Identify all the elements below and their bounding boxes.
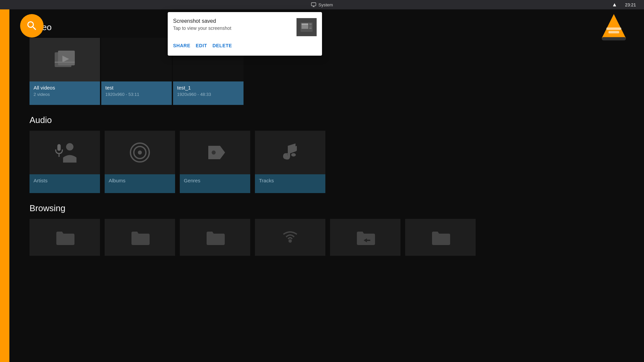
test-video-info: test 1920x960 - 53:11 [101, 81, 172, 105]
artists-thumb [30, 131, 100, 174]
notification-actions: SHARE EDIT DELETE [168, 40, 322, 56]
main-content: Video All videos 2 videos [9, 9, 644, 362]
audio-cards: Artists Albums [30, 131, 624, 193]
svg-marker-1 [602, 14, 626, 38]
browsing-card-3[interactable] [180, 219, 250, 256]
svg-point-21 [283, 155, 288, 159]
svg-rect-3 [606, 27, 622, 30]
svg-point-20 [212, 150, 216, 155]
browsing-card-4[interactable] [255, 219, 325, 256]
browsing-section: Browsing [30, 203, 624, 256]
artists-card[interactable]: Artists [30, 131, 100, 193]
all-videos-card[interactable]: All videos 2 videos [30, 38, 100, 105]
tracks-thumb [255, 131, 325, 174]
svg-rect-15 [57, 144, 61, 151]
test1-video-info: test_1 1920x960 - 48:33 [173, 81, 244, 105]
genres-info: Genres [180, 174, 250, 193]
svg-rect-10 [309, 27, 312, 29]
video-cards: All videos 2 videos test 1920x960 - 53:1… [30, 38, 624, 105]
audio-section: Audio Artists [30, 115, 624, 193]
wifi-icon: ▲ [612, 2, 617, 8]
svg-rect-0 [312, 3, 316, 6]
svg-point-23 [288, 239, 292, 243]
browsing-card-5[interactable] [330, 219, 400, 256]
genres-card[interactable]: Genres [180, 131, 250, 193]
notification-subtitle: Tap to view your screenshot [173, 25, 291, 31]
test1-video-title: test_1 [177, 85, 239, 90]
audio-section-label: Audio [30, 115, 624, 125]
notification-thumbnail [297, 18, 317, 36]
albums-thumb [105, 131, 175, 174]
browsing-card-6[interactable] [405, 219, 476, 256]
status-bar: System ▲ 23:21 [0, 0, 644, 9]
albums-title: Albums [109, 178, 171, 183]
edit-button[interactable]: EDIT [196, 41, 213, 50]
share-button[interactable]: SHARE [173, 41, 196, 50]
test-video-card[interactable]: test 1920x960 - 53:11 [101, 38, 172, 105]
albums-card[interactable]: Albums [105, 131, 175, 193]
tracks-info: Tracks [255, 174, 325, 193]
sidebar [0, 9, 9, 362]
svg-rect-2 [602, 37, 626, 41]
clock: 23:21 [625, 2, 636, 7]
test1-video-subtitle: 1920x960 - 48:33 [177, 92, 239, 97]
svg-rect-8 [309, 23, 312, 25]
all-videos-info: All videos 2 videos [30, 81, 100, 105]
search-icon [26, 20, 38, 32]
tracks-title: Tracks [259, 178, 321, 183]
browsing-cards [30, 219, 624, 256]
artists-title: Artists [34, 178, 96, 183]
genres-thumb [180, 131, 250, 174]
test-video-title: test [105, 85, 168, 90]
all-videos-title: All videos [34, 85, 96, 90]
all-videos-subtitle: 2 videos [34, 92, 96, 97]
test-video-subtitle: 1920x960 - 53:11 [105, 92, 168, 97]
test-video-thumb [101, 38, 172, 81]
svg-point-22 [291, 153, 296, 157]
genres-title: Genres [184, 178, 246, 183]
video-section-label: Video [30, 22, 624, 33]
svg-rect-9 [309, 25, 312, 27]
artists-info: Artists [30, 174, 100, 193]
delete-button[interactable]: DELETE [212, 41, 237, 50]
vlc-logo [600, 13, 627, 40]
video-section: Video All videos 2 videos [30, 22, 624, 105]
browsing-section-label: Browsing [30, 203, 624, 214]
all-videos-thumb [30, 38, 100, 81]
search-button[interactable] [20, 14, 44, 38]
svg-rect-13 [55, 62, 75, 63]
browsing-card-2[interactable] [105, 219, 175, 256]
albums-info: Albums [105, 174, 175, 193]
svg-rect-4 [608, 31, 619, 33]
notification-title: Screenshot saved [173, 18, 291, 24]
svg-point-19 [138, 150, 142, 155]
notification-popup: Screenshot saved Tap to view your screen… [168, 12, 322, 56]
app-name: System [311, 2, 333, 7]
svg-point-14 [66, 143, 73, 150]
tracks-card[interactable]: Tracks [255, 131, 325, 193]
browsing-card-1[interactable] [30, 219, 100, 256]
svg-rect-7 [302, 23, 308, 25]
